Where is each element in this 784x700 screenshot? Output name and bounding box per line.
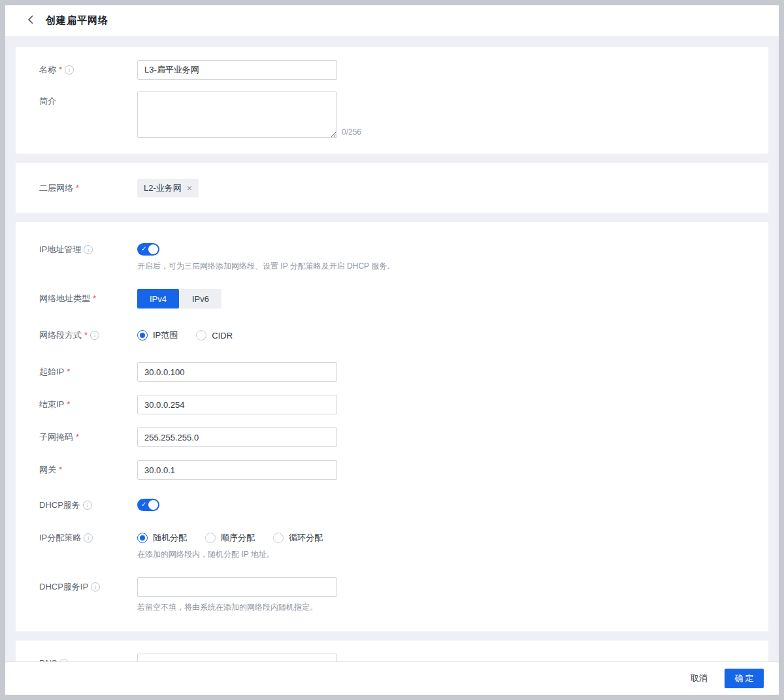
gateway-input[interactable]	[137, 460, 337, 480]
end-ip-row: 结束IP *	[39, 395, 745, 414]
radio-sequential-alloc[interactable]: 顺序分配	[205, 532, 255, 544]
radio-icon	[137, 330, 148, 341]
radio-ip-range[interactable]: IP范围	[137, 329, 178, 341]
start-ip-label: 起始IP *	[39, 362, 137, 382]
l2-network-label: 二层网络 *	[39, 178, 137, 198]
l2-network-row: 二层网络 * L2-业务网	[39, 178, 745, 198]
radio-icon	[205, 533, 216, 543]
ip-mgmt-label: IP地址管理	[39, 240, 137, 272]
addr-type-row: 网络地址类型 * IPv4 IPv6	[39, 289, 745, 308]
required-marker: *	[84, 325, 88, 345]
info-icon[interactable]	[90, 331, 99, 340]
dhcp-ip-row: DHCP服务IP 若留空不填，将由系统在添加的网络段内随机指定。	[39, 577, 745, 613]
create-flat-network-page: 创建扁平网络 名称 * 简介	[5, 5, 779, 695]
dhcp-ip-helper: 若留空不填，将由系统在添加的网络段内随机指定。	[137, 602, 337, 613]
radio-random-alloc[interactable]: 随机分配	[137, 532, 187, 544]
segment-mode-label: 网络段方式 *	[39, 325, 137, 345]
gateway-label: 网关 *	[39, 460, 137, 480]
name-input[interactable]	[137, 60, 337, 80]
name-label: 名称 *	[39, 60, 137, 80]
required-marker: *	[76, 427, 79, 447]
required-marker: *	[76, 178, 79, 198]
ip-alloc-row: IP分配策略 随机分配 顺序分配	[39, 528, 745, 560]
addr-type-segmented: IPv4 IPv6	[137, 289, 222, 308]
l2-network-card: 二层网络 * L2-业务网	[16, 163, 768, 213]
start-ip-input[interactable]	[137, 362, 337, 382]
netmask-row: 子网掩码 *	[39, 427, 745, 447]
basic-info-card: 名称 * 简介 0/256	[16, 47, 768, 154]
ip-mgmt-helper: 开启后，可为三层网络添加网络段、设置 IP 分配策略及开启 DHCP 服务。	[137, 261, 395, 272]
dns-input[interactable]	[137, 654, 337, 661]
gateway-row: 网关 *	[39, 460, 745, 480]
dhcp-toggle[interactable]	[137, 499, 159, 511]
ipv4-button[interactable]: IPv4	[137, 289, 179, 308]
dhcp-row: DHCP服务	[39, 495, 745, 515]
description-row: 简介 0/256	[39, 92, 745, 138]
dhcp-ip-label: DHCP服务IP	[39, 577, 137, 613]
netmask-label: 子网掩码 *	[39, 427, 137, 447]
end-ip-input[interactable]	[137, 395, 337, 414]
back-button[interactable]	[24, 14, 37, 27]
info-icon[interactable]	[84, 533, 93, 542]
required-marker: *	[67, 362, 70, 382]
required-marker: *	[67, 395, 70, 414]
page-header: 创建扁平网络	[5, 5, 779, 36]
ipv6-button[interactable]: IPv6	[180, 289, 221, 308]
radio-icon	[137, 533, 148, 543]
end-ip-label: 结束IP *	[39, 395, 137, 414]
tag-label: L2-业务网	[144, 182, 182, 194]
dns-label: DNS	[39, 654, 137, 661]
name-row: 名称 *	[39, 60, 745, 80]
chevron-left-icon	[27, 15, 33, 27]
ip-alloc-radios: 随机分配 顺序分配 循环分配	[137, 528, 323, 548]
dhcp-ip-input[interactable]	[137, 577, 337, 597]
segment-mode-row: 网络段方式 * IP范围 CIDR	[39, 325, 745, 345]
network-settings-card: IP地址管理 开启后，可为三层网络添加网络段、设置 IP 分配策略及开启 DHC…	[16, 222, 768, 631]
required-marker: *	[59, 60, 62, 80]
segment-mode-radios: IP范围 CIDR	[137, 325, 233, 345]
netmask-input[interactable]	[137, 427, 337, 447]
dhcp-label: DHCP服务	[39, 495, 137, 515]
page-footer: 取消 确定	[5, 661, 779, 695]
start-ip-row: 起始IP *	[39, 362, 745, 382]
required-marker: *	[93, 289, 96, 308]
form-content: 名称 * 简介 0/256	[5, 36, 779, 661]
info-icon[interactable]	[65, 65, 74, 75]
ip-alloc-helper: 在添加的网络段内，随机分配 IP 地址。	[137, 549, 323, 560]
description-textarea[interactable]	[137, 92, 337, 138]
info-icon[interactable]	[91, 582, 100, 592]
dns-row: DNS	[39, 654, 745, 661]
confirm-button[interactable]: 确定	[725, 669, 764, 688]
tag-remove-icon[interactable]	[187, 184, 192, 193]
info-icon[interactable]	[84, 245, 93, 254]
description-label: 简介	[39, 92, 137, 138]
ip-mgmt-row: IP地址管理 开启后，可为三层网络添加网络段、设置 IP 分配策略及开启 DHC…	[39, 240, 745, 272]
l2-network-tag[interactable]: L2-业务网	[137, 179, 199, 197]
cancel-button[interactable]: 取消	[691, 673, 708, 684]
addr-type-label: 网络地址类型 *	[39, 289, 137, 308]
radio-cidr[interactable]: CIDR	[196, 330, 233, 341]
radio-icon	[273, 533, 284, 543]
char-counter: 0/256	[342, 127, 361, 138]
radio-icon	[196, 330, 206, 341]
page-title: 创建扁平网络	[46, 14, 108, 27]
ip-mgmt-toggle[interactable]	[137, 243, 159, 256]
radio-roundrobin-alloc[interactable]: 循环分配	[273, 532, 323, 544]
info-icon[interactable]	[83, 501, 92, 510]
required-marker: *	[59, 460, 62, 480]
dns-card: DNS	[16, 641, 768, 661]
ip-alloc-label: IP分配策略	[39, 528, 137, 560]
